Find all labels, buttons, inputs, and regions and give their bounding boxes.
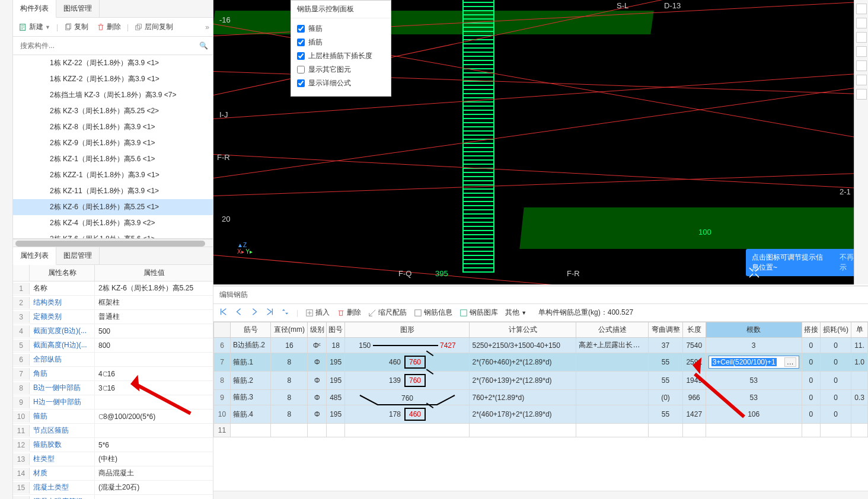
component-item[interactable]: 2栋 KZ-4（周长1.8外）高3.9 <2> — [13, 215, 213, 231]
col-header[interactable]: 单 — [851, 322, 868, 338]
col-header[interactable]: 搭接 — [802, 322, 821, 338]
property-row[interactable]: 5截面高度(H边)(...800 — [13, 338, 213, 353]
view-cube-icon[interactable] — [856, 18, 867, 28]
nav-first-icon[interactable] — [219, 308, 228, 318]
col-attr-value: 属性值 — [95, 265, 213, 281]
component-item[interactable]: 2栋 KZ-6（周长1.8外）高5.6 <1> — [13, 231, 213, 239]
view-side-icon[interactable] — [856, 46, 867, 57]
search-input[interactable] — [18, 39, 199, 52]
panel-title: 编辑钢筋 — [213, 286, 868, 304]
display-option[interactable]: 箍筋 — [297, 22, 385, 36]
col-header[interactable]: 计算公式 — [470, 322, 576, 338]
property-row[interactable]: 3定额类别普通柱 — [13, 310, 213, 324]
ellipsis-button[interactable]: … — [784, 357, 796, 367]
property-row[interactable]: 7角筋4𝙲16 — [13, 367, 213, 381]
component-item[interactable]: 2栋 KZ-3（周长1.8外）高5.25 <2> — [13, 103, 213, 119]
property-row[interactable]: 11节点区箍筋 — [13, 424, 213, 438]
col-header[interactable]: 图号 — [326, 322, 345, 338]
library-button[interactable]: 钢筋图库 — [459, 308, 498, 318]
total-weight: 单构件钢筋总重(kg)：400.527 — [538, 308, 633, 318]
component-item[interactable]: 1栋 KZZ-2（周长1.8外）高3.9 <1> — [13, 71, 213, 87]
property-tabs: 属性列表 图层管理 — [13, 247, 213, 265]
nav-next-icon[interactable] — [250, 308, 259, 318]
tab-drawings[interactable]: 图纸管理 — [56, 0, 100, 17]
table-row[interactable]: 10箍筋.48Φ1951784602*(460+178)+2*(12.89*d)… — [214, 405, 868, 424]
search-icon[interactable]: 🔍 — [199, 41, 208, 50]
table-row[interactable]: 9箍筋.38Φ485760760+2*(12.89*d)(0)96653000.… — [214, 390, 868, 405]
view-top-icon[interactable] — [856, 60, 867, 71]
col-header[interactable]: 长度 — [682, 322, 706, 338]
property-row[interactable]: 16混凝土强度等级C55 — [13, 495, 213, 499]
property-row[interactable]: 13柱类型(中柱) — [13, 452, 213, 466]
col-header[interactable]: 级别 — [308, 322, 327, 338]
component-tabs: 构件列表 图纸管理 — [13, 0, 213, 18]
svg-rect-4 — [138, 24, 142, 28]
property-row[interactable]: 2结构类别框架柱 — [13, 296, 213, 310]
toolbar-more-icon[interactable]: » — [205, 23, 209, 31]
tab-components[interactable]: 构件列表 — [13, 0, 56, 18]
property-row[interactable]: 15混凝土类型(混凝土20石) — [13, 481, 213, 495]
display-option[interactable]: 显示其它图元 — [297, 63, 385, 76]
property-row[interactable]: 1名称2栋 KZ-6（周长1.8外）高5.25 — [13, 282, 213, 296]
col-header[interactable]: 损耗(%) — [821, 322, 851, 338]
property-row[interactable]: 12箍筋胶数5*6 — [13, 438, 213, 452]
count-edit-field[interactable]: 3+Ceil(5200/100)+1… — [709, 356, 799, 369]
hint-target-icon[interactable] — [747, 266, 761, 280]
delete-button[interactable]: 删除 — [337, 308, 361, 318]
table-row[interactable]: 8箍筋.28Φ1951397602*(760+139)+2*(12.89*d)5… — [214, 372, 868, 390]
rebar-display-panel: 钢筋显示控制面板 箍筋 插筋 上层柱插筋下插长度 显示其它图元 显示详细公式 — [291, 0, 391, 97]
col-attr-name: 属性名称 — [30, 265, 95, 281]
col-header[interactable]: 筋号 — [231, 322, 271, 338]
col-header[interactable]: 弯曲调整 — [649, 322, 683, 338]
col-header[interactable]: 公式描述 — [576, 322, 649, 338]
tab-layers[interactable]: 图层管理 — [56, 247, 100, 264]
col-header[interactable]: 根数 — [706, 322, 802, 338]
tab-attributes[interactable]: 属性列表 — [13, 247, 56, 265]
view-iso-icon[interactable] — [856, 75, 867, 85]
component-item[interactable]: 2栋挡土墙 KZ-3（周长1.8外）高3.9 <7> — [13, 87, 213, 103]
panel-title: 钢筋显示控制面板 — [291, 1, 391, 18]
nav-last-icon[interactable] — [266, 308, 274, 318]
insert-button[interactable]: 插入 — [305, 308, 330, 318]
display-option[interactable]: 显示详细公式 — [297, 76, 385, 90]
scale-button[interactable]: 缩尺配筋 — [368, 308, 407, 318]
table-row[interactable]: 7箍筋.18Φ1954607602*(760+460)+2*(12.89*d)5… — [214, 353, 868, 372]
component-item[interactable]: 2栋 KZZ-1（周长1.8外）高3.9 <1> — [13, 167, 213, 183]
search-row: 🔍 — [13, 37, 213, 55]
property-row[interactable]: 6全部纵筋 — [13, 353, 213, 367]
component-item[interactable]: 2栋 KZ-11（周长1.8外）高3.9 <1> — [13, 183, 213, 199]
property-row[interactable]: 14材质商品混凝土 — [13, 466, 213, 481]
info-button[interactable]: 钢筋信息 — [414, 308, 452, 318]
component-item[interactable]: 2栋 KZ-6（周长1.8外）高5.25 <1> — [13, 199, 213, 215]
col-header[interactable]: 图形 — [345, 322, 470, 338]
svg-rect-7 — [461, 309, 467, 316]
horizontal-scrollbar[interactable] — [13, 239, 213, 247]
hint-bubble: 点击图标可调节提示信息位置~ 不再提示 — [746, 249, 868, 276]
table-row[interactable]: 11 — [214, 424, 868, 437]
delete-button[interactable]: 删除 — [94, 20, 123, 34]
rebar-edit-panel: 编辑钢筋 | 插入 删除 缩尺配筋 钢筋信息 钢筋图库 其他 ▼ 单构件钢筋总重… — [213, 286, 868, 499]
display-option[interactable]: 上层柱插筋下插长度 — [297, 49, 385, 63]
svg-rect-3 — [136, 25, 140, 30]
view-2d-icon[interactable] — [856, 4, 867, 14]
viewport-tool-strip — [854, 0, 868, 284]
component-item[interactable]: 2栋 KZ-1（周长1.8外）高5.6 <1> — [13, 151, 213, 167]
other-button[interactable]: 其他 ▼ — [505, 308, 526, 318]
view-fit-icon[interactable] — [856, 89, 867, 100]
component-list: 1栋 KZ-22（周长1.8外）高3.9 <1>1栋 KZZ-2（周长1.8外）… — [13, 55, 213, 239]
view-front-icon[interactable] — [856, 32, 867, 43]
nav-reorder-icon[interactable] — [281, 308, 289, 318]
component-item[interactable]: 1栋 KZ-22（周长1.8外）高3.9 <1> — [13, 55, 213, 71]
nav-prev-icon[interactable] — [235, 308, 243, 318]
new-button[interactable]: 新建 ▼ — [17, 20, 53, 34]
property-row[interactable]: 8B边一侧中部筋3𝙲16 — [13, 381, 213, 395]
component-item[interactable]: 2栋 KZ-8（周长1.8外）高3.9 <1> — [13, 119, 213, 135]
floor-copy-button[interactable]: 层间复制 — [132, 20, 175, 34]
display-option[interactable]: 插筋 — [297, 36, 385, 49]
copy-button[interactable]: 复制 — [62, 20, 91, 34]
table-row[interactable]: 6B边插筋.216Φᶜ18150 74275250+2150/3+1500-40… — [214, 338, 868, 353]
col-header[interactable]: 直径(mm) — [271, 322, 308, 338]
component-item[interactable]: 2栋 KZ-9（周长1.8外）高3.9 <1> — [13, 135, 213, 151]
property-row[interactable]: 4截面宽度(B边)(...500 — [13, 324, 213, 338]
bottom-scrollbar[interactable] — [213, 491, 868, 499]
